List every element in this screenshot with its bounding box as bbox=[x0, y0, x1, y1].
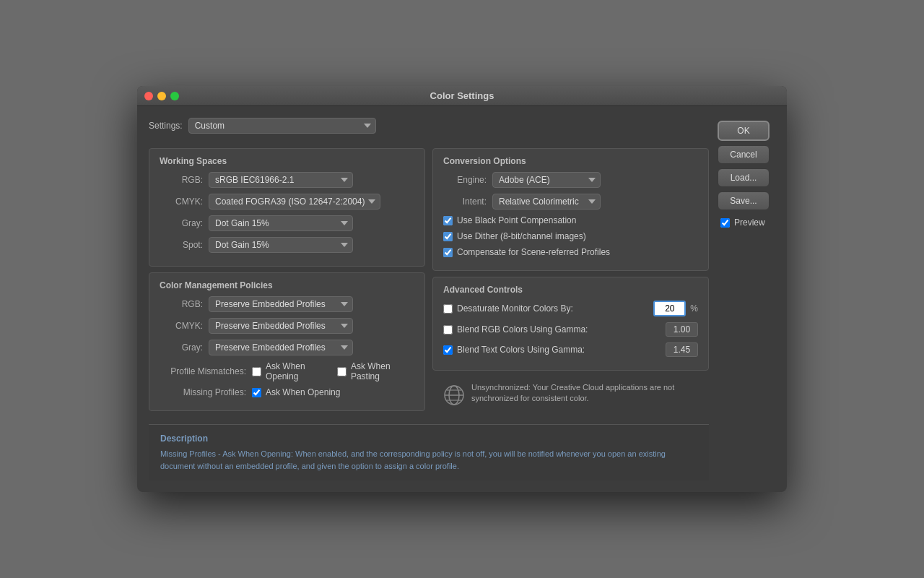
ask-pasting-label: Ask When Pasting bbox=[351, 361, 414, 381]
desaturate-input[interactable] bbox=[653, 301, 686, 316]
cancel-button[interactable]: Cancel bbox=[718, 145, 770, 164]
description-text: Missing Profiles - Ask When Opening: Whe… bbox=[160, 448, 697, 472]
spot-select[interactable]: Dot Gain 15% bbox=[209, 237, 353, 253]
missing-profiles-label: Missing Profiles: bbox=[160, 387, 246, 397]
title-bar: Color Settings bbox=[137, 86, 787, 106]
policy-gray-select[interactable]: Preserve Embedded Profiles bbox=[209, 340, 353, 355]
policy-rgb-label: RGB: bbox=[160, 299, 203, 309]
blend-text-row: Blend Text Colors Using Gamma: bbox=[443, 342, 698, 357]
missing-ask-opening-checkbox[interactable] bbox=[252, 388, 261, 397]
preview-label: Preview bbox=[734, 217, 765, 228]
compensate-row: Compensate for Scene-referred Profiles bbox=[443, 247, 698, 257]
color-management-title: Color Management Policies bbox=[160, 280, 414, 290]
cmyk-row: CMYK: Coated FOGRA39 (ISO 12647-2:2004) bbox=[160, 194, 414, 210]
cmyk-select[interactable]: Coated FOGRA39 (ISO 12647-2:2004) bbox=[209, 194, 380, 210]
compensate-label: Compensate for Scene-referred Profiles bbox=[457, 247, 610, 257]
blend-text-label: Blend Text Colors Using Gamma: bbox=[457, 345, 661, 355]
policy-gray-label: Gray: bbox=[160, 342, 203, 353]
preview-checkbox[interactable] bbox=[720, 218, 730, 228]
missing-ask-opening-label: Ask When Opening bbox=[266, 387, 340, 397]
spot-label: Spot: bbox=[160, 240, 203, 250]
gray-row: Gray: Dot Gain 15% bbox=[160, 215, 414, 231]
sidebar: OK Cancel Load... Save... Preview bbox=[718, 118, 775, 480]
settings-label: Settings: bbox=[149, 121, 183, 131]
gray-select[interactable]: Dot Gain 15% bbox=[209, 215, 353, 231]
minimize-button[interactable] bbox=[157, 92, 166, 100]
desaturate-label: Desaturate Monitor Colors By: bbox=[457, 303, 649, 314]
policy-cmyk-select[interactable]: Preserve Embedded Profiles bbox=[209, 318, 353, 334]
dither-checkbox[interactable] bbox=[443, 232, 453, 241]
ask-pasting-checkbox[interactable] bbox=[337, 367, 346, 376]
globe-icon bbox=[443, 384, 466, 407]
save-button[interactable]: Save... bbox=[718, 191, 770, 210]
compensate-checkbox[interactable] bbox=[443, 248, 453, 257]
intent-label: Intent: bbox=[443, 197, 487, 207]
description-title: Description bbox=[160, 434, 697, 444]
black-point-row: Use Black Point Compensation bbox=[443, 215, 698, 225]
cmyk-label: CMYK: bbox=[160, 197, 203, 207]
rgb-select[interactable]: sRGB IEC61966-2.1 bbox=[209, 172, 353, 188]
desaturate-unit: % bbox=[690, 303, 698, 314]
intent-row: Intent: Relative Colorimetric bbox=[443, 194, 698, 210]
main-panel: Settings: Custom Working Spaces RGB: sRG… bbox=[149, 118, 709, 480]
blend-text-input[interactable] bbox=[666, 342, 698, 357]
profile-mismatches-checks: Ask When Opening Ask When Pasting bbox=[252, 361, 414, 381]
missing-profiles-checks: Ask When Opening bbox=[252, 387, 340, 397]
blend-rgb-label: Blend RGB Colors Using Gamma: bbox=[457, 324, 661, 335]
two-column-layout: Working Spaces RGB: sRGB IEC61966-2.1 CM… bbox=[149, 148, 709, 417]
color-management-section: Color Management Policies RGB: Preserve … bbox=[149, 272, 425, 411]
rgb-row: RGB: sRGB IEC61966-2.1 bbox=[160, 172, 414, 188]
maximize-button[interactable] bbox=[170, 92, 179, 100]
settings-row: Settings: Custom bbox=[149, 118, 709, 134]
load-button[interactable]: Load... bbox=[718, 168, 770, 187]
sync-text: Unsynchronized: Your Creative Cloud appl… bbox=[471, 382, 699, 405]
right-column: Conversion Options Engine: Adobe (ACE) I… bbox=[432, 148, 709, 417]
profile-mismatches-label: Profile Mismatches: bbox=[160, 366, 246, 376]
black-point-checkbox[interactable] bbox=[443, 216, 453, 225]
window-title: Color Settings bbox=[430, 90, 494, 101]
dither-row: Use Dither (8-bit/channel images) bbox=[443, 231, 698, 241]
engine-label: Engine: bbox=[443, 175, 487, 185]
policy-cmyk-row: CMYK: Preserve Embedded Profiles bbox=[160, 318, 414, 334]
desaturate-checkbox[interactable] bbox=[443, 304, 453, 314]
policy-rgb-select[interactable]: Preserve Embedded Profiles bbox=[209, 296, 353, 312]
ok-button[interactable]: OK bbox=[718, 121, 770, 141]
color-settings-window: Color Settings Settings: Custom Working … bbox=[137, 86, 787, 492]
conversion-options-title: Conversion Options bbox=[443, 156, 698, 166]
close-button[interactable] bbox=[144, 92, 153, 100]
spot-row: Spot: Dot Gain 15% bbox=[160, 237, 414, 253]
conversion-options-section: Conversion Options Engine: Adobe (ACE) I… bbox=[432, 148, 709, 271]
blend-text-checkbox[interactable] bbox=[443, 345, 453, 355]
blend-rgb-input[interactable] bbox=[666, 322, 698, 337]
ask-opening-label: Ask When Opening bbox=[266, 361, 333, 381]
missing-profiles-row: Missing Profiles: Ask When Opening bbox=[160, 387, 414, 397]
gray-label: Gray: bbox=[160, 218, 203, 228]
working-spaces-section: Working Spaces RGB: sRGB IEC61966-2.1 CM… bbox=[149, 148, 425, 267]
black-point-label: Use Black Point Compensation bbox=[457, 215, 576, 225]
policy-gray-row: Gray: Preserve Embedded Profiles bbox=[160, 340, 414, 355]
preview-row: Preview bbox=[718, 217, 775, 228]
sync-row: Unsynchronized: Your Creative Cloud appl… bbox=[432, 376, 709, 413]
window-content: Settings: Custom Working Spaces RGB: sRG… bbox=[137, 106, 787, 492]
blend-rgb-row: Blend RGB Colors Using Gamma: bbox=[443, 322, 698, 337]
settings-select[interactable]: Custom bbox=[188, 118, 376, 134]
description-box: Description Missing Profiles - Ask When … bbox=[149, 424, 709, 480]
dither-label: Use Dither (8-bit/channel images) bbox=[457, 231, 586, 241]
engine-row: Engine: Adobe (ACE) bbox=[443, 172, 698, 188]
window-controls bbox=[144, 92, 179, 100]
desaturate-row: Desaturate Monitor Colors By: % bbox=[443, 301, 698, 316]
policy-rgb-row: RGB: Preserve Embedded Profiles bbox=[160, 296, 414, 312]
advanced-controls-title: Advanced Controls bbox=[443, 285, 698, 295]
working-spaces-title: Working Spaces bbox=[160, 156, 414, 166]
left-column: Working Spaces RGB: sRGB IEC61966-2.1 CM… bbox=[149, 148, 425, 417]
policy-cmyk-label: CMYK: bbox=[160, 321, 203, 331]
intent-select[interactable]: Relative Colorimetric bbox=[492, 194, 601, 210]
rgb-label: RGB: bbox=[160, 175, 203, 185]
blend-rgb-checkbox[interactable] bbox=[443, 325, 453, 335]
ask-opening-checkbox[interactable] bbox=[252, 367, 261, 376]
advanced-controls-section: Advanced Controls Desaturate Monitor Col… bbox=[432, 277, 709, 371]
engine-select[interactable]: Adobe (ACE) bbox=[492, 172, 601, 188]
profile-mismatches-row: Profile Mismatches: Ask When Opening Ask… bbox=[160, 361, 414, 381]
